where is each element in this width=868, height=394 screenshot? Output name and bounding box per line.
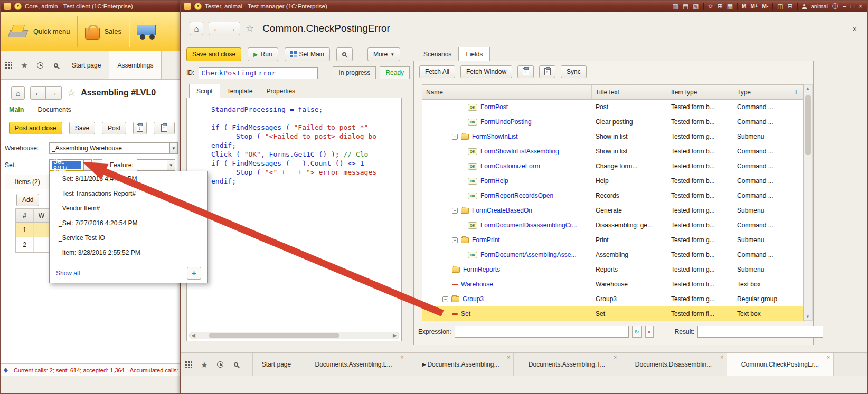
close-tab-icon[interactable]: × — [400, 354, 403, 360]
home-button[interactable]: ⌂ — [190, 22, 203, 35]
main-menu-icon[interactable] — [1, 51, 16, 79]
show-all-link[interactable]: Show all — [56, 270, 80, 277]
fields-table-row[interactable]: OKFormDocumentAssemblingAsse...Assemblin… — [422, 247, 803, 262]
forward-button[interactable]: → — [46, 86, 62, 100]
items-table-row[interactable]: 1 — [16, 223, 50, 237]
evaluate-button[interactable]: ↻ — [632, 326, 642, 338]
feature-input[interactable] — [137, 159, 167, 171]
back-button[interactable]: ← — [209, 22, 224, 35]
create-new-button[interactable]: + — [187, 267, 201, 280]
window-list-icon[interactable]: ⊟ — [788, 3, 793, 9]
sales-button[interactable]: Sales — [78, 12, 129, 51]
memory-m-button[interactable]: M — [742, 4, 746, 9]
sync-button[interactable]: Sync — [561, 65, 587, 78]
post-button[interactable]: Post — [102, 122, 126, 134]
feature-dropdown-icon[interactable]: ▼ — [167, 159, 175, 171]
column-title-text[interactable]: Title text — [592, 85, 667, 99]
info-icon[interactable]: ⓘ — [832, 3, 838, 9]
expander-icon[interactable]: − — [452, 208, 458, 214]
set-dropdown-icon[interactable]: ▼ — [84, 159, 92, 171]
post-and-close-button[interactable]: Post and close — [9, 122, 62, 134]
set-input[interactable]: Set: 8/11/ — [49, 159, 84, 171]
scroll-thumb[interactable] — [805, 95, 811, 155]
items-table-row[interactable]: 2 — [16, 237, 50, 252]
history-icon[interactable] — [212, 351, 228, 379]
favorites-icon[interactable]: ★ — [196, 351, 212, 379]
close-tab-icon[interactable]: × — [614, 354, 617, 360]
in-progress-button[interactable]: In progress — [333, 66, 376, 79]
fields-table-row[interactable]: OKFormPostPostTested form b...Command ..… — [422, 100, 803, 114]
scroll-up-icon[interactable]: ▲ — [806, 86, 810, 91]
tab-properties[interactable]: Properties — [259, 84, 302, 98]
column-type[interactable]: Type — [733, 85, 791, 99]
add-button[interactable]: Add — [16, 194, 39, 206]
purchases-button[interactable] — [129, 12, 168, 51]
scroll-left-icon[interactable]: ◀ — [192, 333, 195, 338]
expander-icon[interactable]: − — [442, 296, 448, 302]
dropdown-item[interactable]: _Test Transactions Report# — [50, 186, 207, 201]
windows-icon[interactable]: ◫ — [777, 3, 783, 9]
taskbar-tab[interactable]: Common.CheckPostingEr...× — [727, 353, 834, 376]
column-name[interactable]: Name — [422, 85, 592, 99]
calendar-icon[interactable]: ▦ — [727, 3, 733, 9]
fields-vscrollbar[interactable]: ▲ ▼ — [804, 84, 813, 321]
warehouse-input[interactable] — [49, 142, 170, 154]
scroll-right-icon[interactable]: ▶ — [393, 333, 397, 338]
script-editor[interactable]: StandardProcessing = false; if ( FindMes… — [186, 98, 402, 341]
fetch-all-button[interactable]: Fetch All — [419, 65, 455, 78]
close-tab-icon[interactable]: × — [827, 354, 830, 360]
save-button[interactable]: Save — [69, 122, 95, 134]
save-and-close-button[interactable]: Save and close — [186, 47, 241, 61]
fields-table-row[interactable]: OKFormDocumentDisassemblingCr...Disassem… — [422, 218, 803, 233]
expander-icon[interactable]: − — [452, 134, 458, 140]
print-preview-icon[interactable]: ▧ — [693, 3, 699, 9]
dropdown-item[interactable]: _Service Test IO — [50, 230, 207, 245]
dropdown-item[interactable]: _Item: 3/28/2016 2:55:52 PM — [50, 245, 207, 260]
history-icon[interactable] — [32, 51, 48, 79]
quick-menu-button[interactable]: Quick menu — [1, 12, 77, 51]
tab-fields[interactable]: Fields — [458, 47, 490, 61]
favorite-star-icon[interactable]: ☆ — [246, 23, 254, 34]
nav-link-documents[interactable]: Documents — [37, 106, 71, 113]
forward-button[interactable]: → — [224, 22, 240, 35]
copy-fields-button[interactable] — [517, 65, 534, 78]
paste-fields-button[interactable] — [539, 65, 555, 78]
code-area[interactable]: StandardProcessing = false; if ( FindMes… — [187, 98, 401, 330]
expression-input[interactable] — [455, 326, 629, 338]
memory-m-minus-button[interactable]: M- — [762, 4, 769, 9]
fields-table-row[interactable]: FormReportsReportsTested form g...Submen… — [422, 262, 803, 277]
home-button[interactable]: ⌂ — [11, 86, 25, 100]
scroll-down-icon[interactable]: ▼ — [806, 314, 810, 319]
run-button[interactable]: ▶Run — [248, 47, 278, 61]
close-icon[interactable]: × — [858, 3, 862, 10]
scroll-thumb[interactable] — [209, 333, 339, 338]
close-tab-icon[interactable]: × — [507, 354, 510, 360]
fields-table-row[interactable]: OKFormHelpHelpTested form b...Command ..… — [422, 174, 803, 188]
taskbar-tab[interactable]: Documents.Disassemblin...× — [620, 353, 727, 376]
tab-assemblings[interactable]: Assemblings — [109, 51, 162, 79]
dropdown-item[interactable]: _Set: 7/27/2016 4:20:54 PM — [50, 216, 207, 230]
column-i[interactable]: I — [791, 85, 803, 99]
fields-table-row[interactable]: −Group3Group3Tested form g...Regular gro… — [422, 292, 803, 306]
fields-table-row[interactable]: OKFormReportRecordsOpenRecordsTested for… — [422, 188, 803, 203]
memory-m-plus-button[interactable]: M+ — [750, 4, 758, 9]
fields-table-row[interactable]: OKFormUndoPostingClear postingTested for… — [422, 114, 803, 129]
favorite-star-icon[interactable]: ☆ — [67, 87, 76, 99]
more-button[interactable]: More▼ — [367, 47, 400, 61]
set-choose-button[interactable] — [93, 159, 102, 171]
search-icon[interactable] — [228, 351, 244, 379]
maximize-icon[interactable]: □ — [851, 3, 854, 10]
result-input[interactable] — [697, 326, 823, 338]
save-icon[interactable]: ▥ — [673, 3, 678, 9]
tab-scenarios[interactable]: Scenarios — [417, 47, 458, 61]
taskbar-tab[interactable]: Documents.Assembling.L...× — [300, 353, 407, 376]
tab-template[interactable]: Template — [220, 84, 260, 98]
fields-table-row[interactable]: −FormCreateBasedOnGenerateTested form g.… — [422, 203, 803, 218]
column-w[interactable]: W — [34, 209, 50, 222]
taskbar-tab[interactable]: Start page — [253, 353, 300, 376]
create-based-on-button[interactable] — [154, 122, 175, 134]
warehouse-dropdown-icon[interactable]: ▼ — [170, 142, 178, 154]
service-menu-icon[interactable]: ▾ — [14, 3, 22, 10]
main-menu-icon[interactable] — [181, 351, 196, 379]
find-in-window-button[interactable] — [336, 47, 353, 61]
